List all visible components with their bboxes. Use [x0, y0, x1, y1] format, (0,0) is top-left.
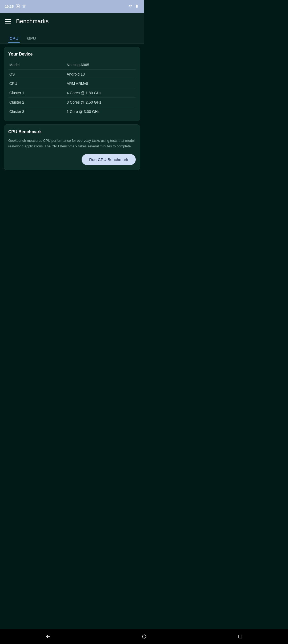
- table-row: OS Android 13: [8, 70, 136, 79]
- table-row: CPU ARM ARMv8: [8, 79, 136, 88]
- table-row: Cluster 2 3 Cores @ 2.50 GHz: [8, 98, 136, 107]
- run-cpu-benchmark-button[interactable]: Run CPU Benchmark: [82, 154, 136, 165]
- row-label-0: Model: [8, 60, 66, 70]
- row-value-3: 4 Cores @ 1.80 GHz: [66, 88, 136, 98]
- battery-icon: [134, 4, 139, 9]
- row-value-4: 3 Cores @ 2.50 GHz: [66, 98, 136, 107]
- row-value-5: 1 Core @ 3.00 GHz: [66, 107, 136, 116]
- device-table: Model Nothing A065 OS Android 13 CPU ARM…: [8, 60, 136, 116]
- row-label-3: Cluster 1: [8, 88, 66, 98]
- row-label-1: OS: [8, 70, 66, 79]
- table-row: Cluster 1 4 Cores @ 1.80 GHz: [8, 88, 136, 98]
- wifi-icon: [128, 4, 133, 9]
- row-label-5: Cluster 3: [8, 107, 66, 116]
- tabs-container: CPU GPU: [0, 30, 144, 43]
- device-card-title: Your Device: [8, 52, 136, 57]
- button-container: Run CPU Benchmark: [8, 154, 136, 165]
- device-info-card: Your Device Model Nothing A065 OS Androi…: [4, 47, 140, 121]
- benchmark-card-title: CPU Benchmark: [8, 129, 136, 134]
- status-left: 19:35: [5, 4, 26, 9]
- tab-gpu[interactable]: GPU: [23, 33, 40, 43]
- row-label-4: Cluster 2: [8, 98, 66, 107]
- app-title: Benchmarks: [16, 18, 49, 25]
- status-time: 19:35: [5, 5, 14, 9]
- main-content: Your Device Model Nothing A065 OS Androi…: [0, 44, 144, 173]
- trophy-icon: [22, 4, 26, 9]
- row-value-2: ARM ARMv8: [66, 79, 136, 88]
- row-label-2: CPU: [8, 79, 66, 88]
- tab-cpu[interactable]: CPU: [5, 33, 23, 43]
- status-right: [128, 4, 139, 9]
- benchmark-card: CPU Benchmark Geekbench measures CPU per…: [4, 124, 140, 170]
- whatsapp-icon: [16, 4, 20, 9]
- benchmark-description: Geekbench measures CPU performance for e…: [8, 138, 136, 149]
- table-row: Cluster 3 1 Core @ 3.00 GHz: [8, 107, 136, 116]
- hamburger-menu-icon[interactable]: [5, 19, 11, 23]
- status-bar: 19:35: [0, 0, 144, 13]
- row-value-1: Android 13: [66, 70, 136, 79]
- row-value-0: Nothing A065: [66, 60, 136, 70]
- app-bar: Benchmarks: [0, 13, 144, 30]
- table-row: Model Nothing A065: [8, 60, 136, 70]
